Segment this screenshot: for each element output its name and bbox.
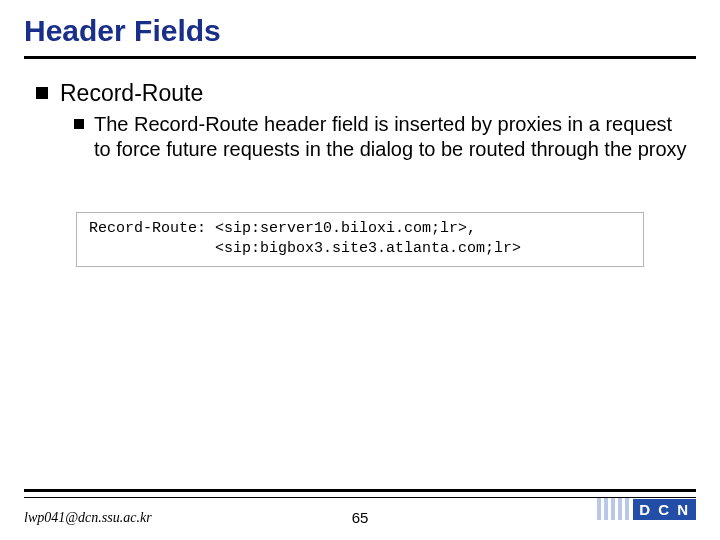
slide-title: Header Fields [24,14,221,48]
footer-rule-thin [24,497,696,498]
code-sample: Record-Route: <sip:server10.biloxi.com;l… [76,212,644,267]
footer-rule [24,489,696,492]
footer-logo: D C N [597,498,696,520]
logo-bars-icon [597,498,629,520]
bullet-level1-text: Record-Route [60,80,203,107]
slide: Header Fields Record-Route The Record-Ro… [0,0,720,540]
bullet-level2: The Record-Route header field is inserte… [74,112,694,162]
bullet-square-icon [36,87,48,99]
bullet-level1: Record-Route [36,80,203,107]
bullet-level2-text: The Record-Route header field is inserte… [94,112,694,162]
logo-text: D C N [633,499,696,520]
title-rule [24,56,696,59]
bullet-square-icon [74,119,84,129]
